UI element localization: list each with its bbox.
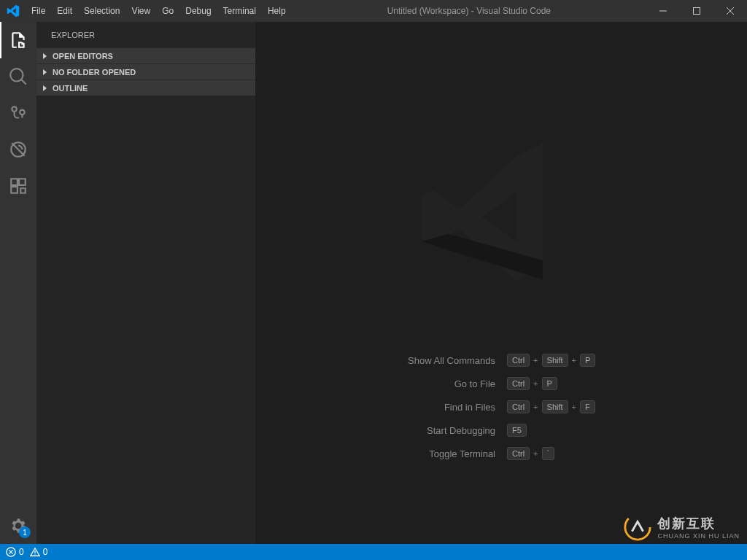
menu-selection[interactable]: Selection	[78, 0, 125, 22]
plus-icon: +	[533, 449, 538, 458]
brand-logo-icon	[624, 513, 651, 541]
menu-bar: File Edit Selection View Go Debug Termin…	[26, 0, 292, 22]
debug-icon[interactable]	[0, 131, 36, 168]
command-find-in-files: Find in Files Ctrl + Shift + F	[255, 400, 747, 413]
title-bar: File Edit Selection View Go Debug Termin…	[0, 0, 747, 22]
brand-subtext: CHUANG XIN HU LIAN	[657, 532, 740, 540]
menu-go[interactable]: Go	[156, 0, 179, 22]
editor-area: Show All Commands Ctrl + Shift + P Go to…	[255, 22, 747, 544]
sidebar-section-open-editors[interactable]: OPEN EDITORS	[36, 47, 255, 63]
command-toggle-terminal: Toggle Terminal Ctrl + `	[255, 447, 747, 460]
key: Ctrl	[507, 400, 530, 413]
source-control-icon[interactable]	[0, 95, 36, 131]
command-label: Show All Commands	[255, 355, 495, 366]
plus-icon: +	[533, 402, 538, 411]
command-go-to-file: Go to File Ctrl + P	[255, 377, 747, 390]
corner-brand: 创新互联 CHUANG XIN HU LIAN	[624, 513, 740, 541]
chevron-right-icon	[39, 51, 50, 61]
command-label: Find in Files	[255, 402, 495, 413]
plus-icon: +	[572, 402, 576, 411]
svg-point-3	[625, 515, 650, 540]
minimize-button[interactable]	[646, 0, 680, 22]
key: Ctrl	[507, 354, 530, 367]
status-errors[interactable]: 0	[6, 547, 24, 557]
search-icon[interactable]	[0, 58, 36, 95]
warning-count: 0	[43, 547, 48, 557]
explorer-icon[interactable]	[0, 22, 36, 58]
plus-icon: +	[533, 356, 538, 365]
menu-edit[interactable]: Edit	[51, 0, 78, 22]
command-label: Toggle Terminal	[255, 448, 495, 459]
plus-icon: +	[572, 356, 576, 365]
welcome-commands: Show All Commands Ctrl + Shift + P Go to…	[255, 354, 747, 460]
close-button[interactable]	[713, 0, 747, 22]
command-label: Go to File	[255, 378, 495, 389]
settings-badge: 1	[19, 526, 31, 538]
sidebar-section-outline[interactable]: OUTLINE	[36, 79, 255, 96]
menu-view[interactable]: View	[125, 0, 156, 22]
command-label: Start Debugging	[255, 425, 495, 436]
window-title: Untitled (Workspace) - Visual Studio Cod…	[292, 6, 646, 16]
key: Shift	[542, 354, 568, 367]
sidebar-section-label: NO FOLDER OPENED	[53, 68, 136, 77]
key: F	[580, 400, 595, 413]
sidebar-section-label: OPEN EDITORS	[53, 52, 113, 61]
vscode-logo-icon	[0, 4, 26, 18]
sidebar-section-no-folder[interactable]: NO FOLDER OPENED	[36, 63, 255, 79]
sidebar-title: EXPLORER	[36, 22, 255, 47]
maximize-button[interactable]	[680, 0, 713, 22]
chevron-right-icon	[39, 83, 50, 93]
svg-rect-0	[694, 8, 700, 15]
key: F5	[507, 424, 527, 437]
sidebar-section-label: OUTLINE	[53, 84, 88, 93]
settings-icon[interactable]: 1	[0, 508, 36, 544]
key: Ctrl	[507, 377, 530, 390]
key: P	[580, 354, 595, 367]
command-start-debugging: Start Debugging F5	[255, 424, 747, 437]
menu-terminal[interactable]: Terminal	[217, 0, 262, 22]
key: `	[542, 447, 555, 460]
key: Ctrl	[507, 447, 530, 460]
status-warnings[interactable]: 0	[30, 547, 48, 557]
plus-icon: +	[533, 379, 538, 388]
menu-file[interactable]: File	[26, 0, 51, 22]
sidebar: EXPLORER OPEN EDITORS NO FOLDER OPENED O…	[36, 22, 255, 544]
key: Shift	[542, 400, 568, 413]
activity-bar: 1	[0, 22, 36, 544]
error-count: 0	[19, 547, 24, 557]
menu-help[interactable]: Help	[262, 0, 292, 22]
key: P	[542, 377, 557, 390]
brand-text: 创新互联	[657, 515, 740, 532]
vscode-watermark-icon	[406, 124, 596, 316]
command-show-all: Show All Commands Ctrl + Shift + P	[255, 354, 747, 367]
extensions-icon[interactable]	[0, 168, 36, 204]
chevron-right-icon	[39, 67, 50, 77]
status-bar: 0 0	[0, 544, 747, 560]
window-controls	[646, 0, 747, 22]
menu-debug[interactable]: Debug	[179, 0, 217, 22]
